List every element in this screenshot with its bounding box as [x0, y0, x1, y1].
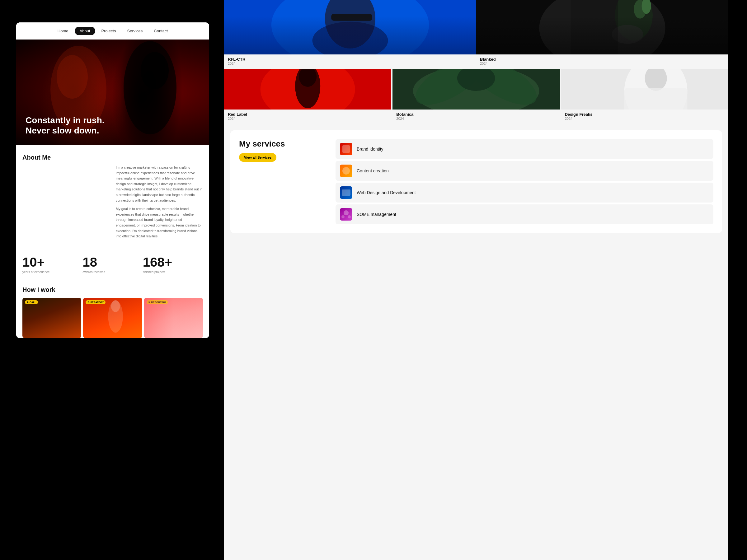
svg-point-13 [615, 0, 653, 41]
svg-rect-36 [342, 189, 351, 196]
svg-rect-9 [331, 14, 372, 21]
hero-tagline: Constantly in rush. Never slow down. [26, 115, 105, 136]
portfolio-second-row: WEBDESIGN Red Label 2024 WEBDESIGN [224, 69, 728, 123]
webdev-label: Web Design and Development [357, 190, 416, 195]
svg-point-10 [312, 22, 388, 54]
portfolio-item-designfreaks[interactable]: WEBDESIGN DEVELOPMENT Design Freaks 2024 [561, 69, 728, 123]
how-card-strategy: 2. STRATEGY [83, 298, 142, 338]
how-card-reporting: 3. REPORTING [144, 298, 203, 338]
designfreaks-figure [561, 69, 728, 109]
brand-identity-icon [340, 143, 352, 155]
stat-experience: 10+ years of experience [22, 255, 82, 274]
portfolio-year-blanked: 2024 [480, 61, 725, 65]
svg-rect-11 [476, 0, 728, 54]
stat-awards-label: awards received [82, 270, 143, 274]
webdev-icon [340, 186, 352, 199]
services-left: My services View all Services [239, 139, 326, 162]
view-all-services-button[interactable]: View all Services [239, 153, 276, 162]
portfolio-year-rfl: 2024 [228, 61, 472, 65]
service-item-webdev[interactable]: Web Design and Development [336, 183, 713, 203]
portfolio-img-rfl [224, 0, 476, 54]
left-panel: Home About Projects Services Contact Con… [16, 22, 209, 338]
about-paragraph-2: My goal is to create cohesive, memorable… [116, 206, 203, 239]
stat-projects: 168+ finished projects [143, 255, 203, 274]
service-items-list: Brand identity Content creation Web Desi… [336, 139, 713, 224]
content-creation-icon [340, 165, 352, 177]
svg-point-1 [57, 55, 88, 99]
hero-image: Constantly in rush. Never slow down. [16, 39, 209, 145]
some-management-label: SOME management [357, 212, 396, 217]
stat-awards: 18 awards received [82, 255, 143, 274]
portfolio-img-designfreaks: WEBDESIGN DEVELOPMENT [561, 69, 728, 109]
rfl-portrait [224, 0, 476, 54]
portfolio-img-botanical: WEBDESIGN [392, 69, 560, 109]
svg-point-39 [341, 215, 344, 218]
portfolio-caption-botanical: Botanical 2024 [392, 109, 560, 123]
nav-about[interactable]: About [75, 27, 95, 35]
svg-point-7 [272, 0, 429, 54]
portfolio-year-redlabel: 2024 [228, 117, 387, 121]
portfolio-title-botanical: Botanical [396, 112, 556, 117]
service-item-content[interactable]: Content creation [336, 161, 713, 181]
svg-point-5 [111, 300, 120, 312]
portfolio-year-botanical: 2024 [396, 117, 556, 121]
some-icon [340, 208, 352, 220]
svg-point-16 [612, 25, 643, 44]
portfolio-caption-rfl: RFL-CTR 2024 [224, 54, 476, 68]
svg-rect-32 [342, 145, 350, 153]
portfolio-top-grid: RFL-CTR 2024 Blanked [224, 0, 728, 68]
portfolio-title-redlabel: Red Label [228, 112, 387, 117]
services-title: My services [239, 139, 326, 149]
service-item-brand[interactable]: Brand identity [336, 139, 713, 159]
portfolio-caption-designfreaks: Design Freaks 2024 [561, 109, 728, 123]
services-layout: My services View all Services Brand iden… [239, 139, 713, 224]
service-item-some[interactable]: SOME management [336, 205, 713, 224]
about-section: About Me I'm a creative marketer with a … [16, 145, 209, 245]
content-creation-label: Content creation [357, 168, 389, 173]
svg-point-40 [348, 215, 351, 218]
navigation: Home About Projects Services Contact [16, 22, 209, 39]
how-card-call: 1. CALL [22, 298, 81, 338]
svg-point-14 [634, 0, 646, 19]
svg-point-34 [342, 167, 350, 175]
nav-home[interactable]: Home [53, 27, 74, 35]
nav-services[interactable]: Services [122, 27, 148, 35]
portfolio-year-designfreaks: 2024 [565, 117, 725, 121]
redlabel-figure [224, 69, 391, 109]
svg-rect-6 [224, 0, 476, 54]
svg-point-15 [642, 0, 651, 14]
svg-point-38 [344, 210, 349, 215]
brand-identity-label: Brand identity [357, 146, 383, 152]
about-grid: I'm a creative marketer with a passion f… [16, 165, 209, 239]
botanical-figure [392, 69, 560, 109]
stat-experience-label: years of experience [22, 270, 82, 274]
portfolio-title-designfreaks: Design Freaks [565, 112, 725, 117]
portfolio-img-blanked [476, 0, 728, 54]
portfolio-item-blanked[interactable]: Blanked 2024 [476, 0, 728, 68]
how-title: How I work [22, 286, 203, 293]
stat-awards-number: 18 [82, 255, 143, 270]
blanked-portrait [476, 0, 728, 54]
portfolio-item-redlabel[interactable]: WEBDESIGN Red Label 2024 [224, 69, 391, 123]
svg-point-3 [141, 52, 169, 89]
portfolio-caption-redlabel: Red Label 2024 [224, 109, 391, 123]
stats-row: 10+ years of experience 18 awards receiv… [16, 245, 209, 280]
how-card-call-badge: 1. CALL [25, 300, 38, 304]
portfolio-title-rfl: RFL-CTR [228, 57, 472, 61]
stat-projects-number: 168+ [143, 255, 203, 270]
portfolio-title-blanked: Blanked [480, 57, 725, 61]
svg-rect-30 [624, 88, 687, 109]
about-paragraph-1: I'm a creative marketer with a passion f… [116, 165, 203, 203]
services-section: My services View all Services Brand iden… [230, 130, 722, 233]
stat-experience-number: 10+ [22, 255, 82, 270]
portfolio-img-redlabel: WEBDESIGN [224, 69, 391, 109]
portfolio-caption-blanked: Blanked 2024 [476, 54, 728, 68]
svg-point-12 [539, 0, 666, 54]
how-cards: 1. CALL 2. STRATEGY 3. REPORTING [22, 298, 203, 338]
about-text-block: I'm a creative marketer with a passion f… [116, 165, 203, 239]
nav-projects[interactable]: Projects [97, 27, 121, 35]
portfolio-item-rfl[interactable]: RFL-CTR 2024 [224, 0, 476, 68]
nav-contact[interactable]: Contact [149, 27, 173, 35]
how-section: How I work 1. CALL 2. STRATEGY 3. RE [16, 280, 209, 338]
portfolio-item-botanical[interactable]: WEBDESIGN Botanical 2024 [392, 69, 560, 123]
